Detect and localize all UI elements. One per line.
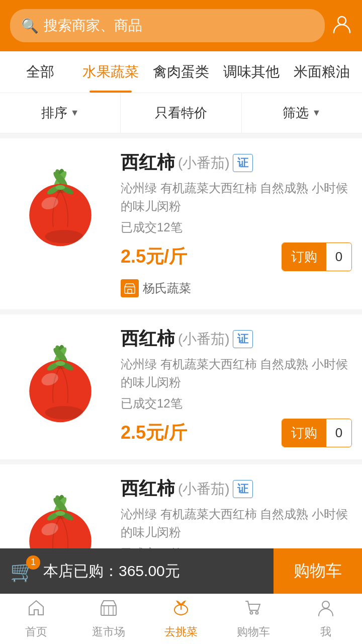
market-icon [100, 599, 118, 621]
tab-meat-eggs[interactable]: 禽肉蛋类 [146, 51, 216, 93]
product-desc: 沁州绿 有机蔬菜大西红柿 自然成熟 小时候的味儿闵粉 [121, 505, 352, 541]
nav-cart[interactable]: 购物车 [217, 594, 290, 644]
nav-pick-veggies[interactable]: 去挑菜 [145, 594, 217, 644]
svg-rect-13 [125, 287, 135, 293]
product-image [10, 327, 111, 427]
tab-seasoning[interactable]: 调味其他 [216, 51, 287, 93]
svg-point-38 [56, 511, 65, 516]
tab-all[interactable]: 全部 [5, 51, 75, 93]
product-title: 西红柿(小番茄) 证 [121, 150, 352, 175]
cert-badge: 证 [233, 154, 253, 172]
nav-cart-label: 购物车 [237, 624, 270, 639]
product-list: 西红柿(小番茄) 证 沁州绿 有机蔬菜大西红柿 自然成熟 小时候的味儿闵粉 已成… [0, 138, 362, 609]
product-sub: (小番茄) [178, 330, 230, 349]
svg-point-12 [56, 185, 65, 190]
sold-count: 已成交12笔 [121, 395, 352, 412]
product-price: 2.5元/斤 [121, 421, 187, 445]
svg-point-26 [56, 361, 65, 366]
category-tabs: 全部 水果蔬菜 禽肉蛋类 调味其他 米面粮油 [0, 51, 362, 93]
filter-bar: 排序 ▼ 只看特价 筛选 ▼ [0, 93, 362, 133]
cart-icon: 🛒 1 [10, 559, 35, 583]
header: 🔍 搜索商家、商品 [0, 0, 362, 51]
sort-filter[interactable]: 排序 ▼ [0, 93, 121, 133]
special-price-filter[interactable]: 只看特价 [121, 93, 241, 133]
cart-button[interactable]: 购物车 [274, 548, 362, 594]
nav-market-label: 逛市场 [92, 624, 125, 639]
store-icon [121, 279, 139, 297]
cart-info: 🛒 1 本店已购：365.00元 [0, 559, 274, 583]
product-name: 西红柿 [121, 150, 175, 175]
product-desc: 沁州绿 有机蔬菜大西红柿 自然成熟 小时候的味儿闵粉 [121, 355, 352, 391]
store-name: 杨氏蔬菜 [143, 280, 191, 296]
product-bottom: 2.5元/斤 订购 0 [121, 419, 352, 447]
svg-point-8 [45, 230, 83, 244]
home-icon [27, 599, 45, 621]
sold-count: 已成交12笔 [121, 219, 352, 235]
product-title: 西红柿(小番茄) 证 [121, 476, 352, 501]
cert-badge: 证 [233, 480, 253, 498]
screen-filter[interactable]: 筛选 ▼ [242, 93, 362, 133]
nav-pick-label: 去挑菜 [164, 624, 198, 639]
user-icon[interactable] [332, 14, 352, 38]
product-info: 西红柿(小番茄) 证 沁州绿 有机蔬菜大西红柿 自然成熟 小时候的味儿闵粉 已成… [121, 150, 352, 297]
svg-rect-14 [128, 289, 132, 293]
nav-home[interactable]: 首页 [0, 594, 72, 644]
product-info: 西红柿(小番茄) 证 沁州绿 有机蔬菜大西红柿 自然成熟 小时候的味儿闵粉 已成… [121, 327, 352, 447]
order-count: 0 [326, 244, 351, 270]
store-info: 杨氏蔬菜 [121, 279, 352, 297]
product-card: 西红柿(小番茄) 证 沁州绿 有机蔬菜大西红柿 自然成熟 小时候的味儿闵粉 已成… [0, 138, 362, 309]
svg-point-46 [256, 612, 258, 614]
product-name: 西红柿 [121, 476, 175, 501]
order-count: 0 [326, 420, 351, 446]
cart-bar: 🛒 1 本店已购：365.00元 购物车 [0, 548, 362, 594]
svg-point-45 [250, 612, 253, 614]
veggie-icon [172, 599, 190, 621]
search-placeholder: 搜索商家、商品 [44, 16, 142, 35]
product-image [10, 150, 111, 251]
order-button[interactable]: 订购 [282, 419, 326, 447]
nav-market[interactable]: 逛市场 [72, 594, 145, 644]
screen-arrow-icon: ▼ [312, 108, 321, 118]
search-bar[interactable]: 🔍 搜索商家、商品 [10, 9, 325, 42]
nav-me-label: 我 [320, 624, 331, 639]
order-btn-group: 订购 0 [282, 243, 352, 271]
nav-me[interactable]: 我 [290, 594, 362, 644]
bottom-nav: 首页 逛市场 去挑菜 [0, 594, 362, 644]
product-bottom: 2.5元/斤 订购 0 [121, 243, 352, 271]
search-icon: 🔍 [21, 18, 39, 34]
svg-point-22 [45, 406, 83, 420]
product-name: 西红柿 [121, 327, 175, 351]
order-btn-group: 订购 0 [282, 419, 352, 447]
cart-badge: 1 [26, 555, 40, 570]
order-button[interactable]: 订购 [282, 243, 326, 271]
cert-badge: 证 [233, 330, 253, 348]
nav-home-label: 首页 [25, 624, 47, 639]
tab-grains[interactable]: 米面粮油 [287, 51, 357, 93]
product-desc: 沁州绿 有机蔬菜大西红柿 自然成熟 小时候的味儿闵粉 [121, 179, 352, 215]
cart-amount: 本店已购：365.00元 [43, 561, 180, 582]
product-price: 2.5元/斤 [121, 245, 187, 269]
product-sub: (小番茄) [178, 153, 230, 173]
svg-point-47 [322, 601, 329, 608]
cart-nav-icon [244, 599, 262, 621]
sort-arrow-icon: ▼ [70, 108, 79, 118]
user-nav-icon [317, 599, 335, 621]
tab-fruits-veggies[interactable]: 水果蔬菜 [75, 51, 146, 93]
product-card: 西红柿(小番茄) 证 沁州绿 有机蔬菜大西红柿 自然成熟 小时候的味儿闵粉 已成… [0, 314, 362, 459]
product-title: 西红柿(小番茄) 证 [121, 327, 352, 351]
product-sub: (小番茄) [178, 479, 230, 499]
svg-point-0 [338, 17, 346, 25]
